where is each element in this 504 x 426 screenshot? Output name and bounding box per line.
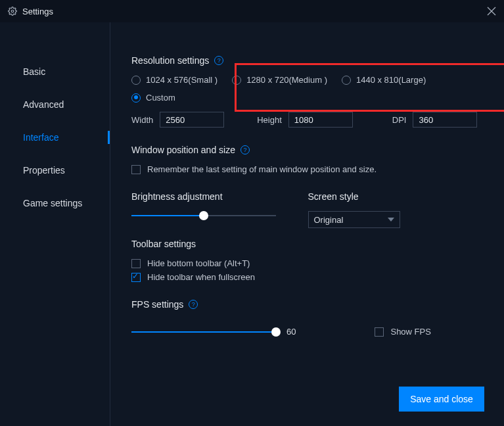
sidebar-item-label: Interface — [23, 132, 58, 143]
fps-title: FPS settings ? — [131, 299, 484, 310]
sidebar-item-advanced[interactable]: Advanced — [0, 88, 110, 121]
sidebar-item-label: Basic — [23, 66, 45, 77]
chevron-down-icon — [388, 216, 394, 223]
fps-value: 60 — [286, 327, 296, 337]
width-input[interactable] — [160, 112, 224, 128]
height-label: Height — [257, 115, 282, 125]
svg-marker-3 — [388, 218, 394, 222]
sidebar-item-label: Properties — [23, 165, 65, 176]
height-input[interactable] — [288, 112, 353, 128]
toolbar-title: Toolbar settings — [131, 239, 484, 249]
fps-slider[interactable] — [131, 327, 276, 337]
sidebar-item-basic[interactable]: Basic — [0, 55, 110, 88]
save-and-close-button[interactable]: Save and close — [399, 387, 484, 412]
sidebar-item-properties[interactable]: Properties — [0, 154, 110, 187]
window-pos-title: Window position and size ? — [131, 145, 484, 155]
radio-res-medium[interactable]: 1280 x 720(Medium ) — [232, 75, 327, 85]
checkbox-label: Hide bottom toolbar (Alt+T) — [147, 258, 250, 268]
brightness-slider[interactable] — [131, 211, 276, 220]
checkbox-remember-window[interactable] — [131, 165, 141, 174]
radio-res-large[interactable]: 1440 x 810(Large) — [342, 75, 426, 85]
radio-res-custom[interactable]: Custom — [131, 93, 484, 103]
screen-style-title: Screen style — [308, 191, 485, 202]
checkbox-hide-toolbar-fullscreen[interactable] — [131, 273, 141, 282]
dpi-label: DPI — [392, 115, 407, 125]
sidebar-item-label: Game settings — [23, 198, 82, 208]
checkbox-label: Hide toolbar when fullscreen — [147, 272, 255, 282]
svg-point-0 — [11, 10, 14, 12]
close-icon[interactable] — [487, 7, 496, 16]
resolution-title: Resolution settings ? — [131, 55, 484, 66]
sidebar-item-interface[interactable]: Interface — [0, 121, 110, 154]
help-icon[interactable]: ? — [214, 56, 223, 65]
help-icon[interactable]: ? — [189, 300, 198, 309]
titlebar: Settings — [0, 0, 504, 22]
help-icon[interactable]: ? — [241, 145, 250, 154]
main-panel: Resolution settings ? 1024 x 576(Small )… — [110, 22, 504, 426]
screen-style-select[interactable]: Original — [308, 211, 400, 228]
sidebar: Basic Advanced Interface Properties Game… — [0, 22, 110, 426]
brightness-title: Brightness adjustment — [131, 191, 308, 202]
width-label: Width — [131, 115, 153, 125]
sidebar-item-label: Advanced — [23, 99, 64, 110]
window-title: Settings — [22, 7, 53, 16]
resolution-radio-row: 1024 x 576(Small ) 1280 x 720(Medium ) 1… — [131, 75, 484, 85]
radio-res-small[interactable]: 1024 x 576(Small ) — [131, 75, 218, 85]
checkbox-show-fps[interactable] — [375, 327, 384, 337]
sidebar-item-game-settings[interactable]: Game settings — [0, 187, 110, 220]
checkbox-hide-bottom-toolbar[interactable] — [131, 259, 141, 268]
checkbox-label: Remember the last setting of main window… — [147, 164, 377, 174]
dpi-input[interactable] — [413, 112, 477, 128]
checkbox-label: Show FPS — [390, 327, 430, 337]
gear-icon — [8, 7, 22, 16]
